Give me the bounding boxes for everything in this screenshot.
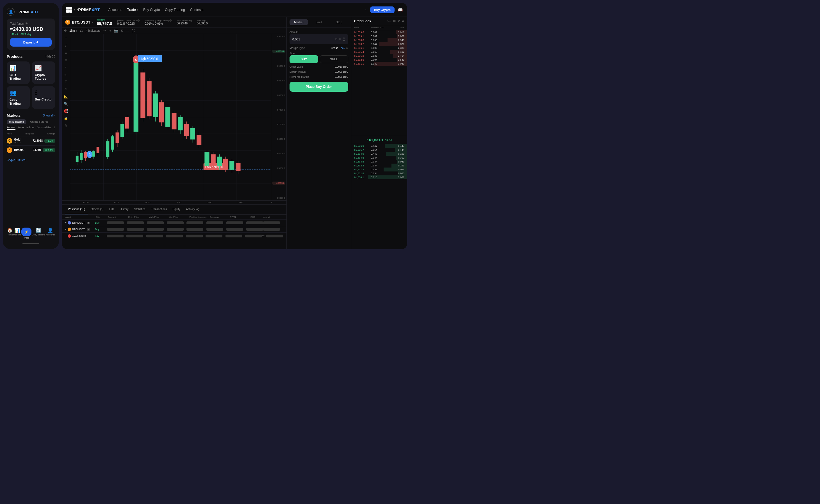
edit-position-icon[interactable]: ✏ [262, 234, 264, 238]
edit-leverage-icon[interactable]: ✏ [346, 47, 348, 50]
btc-price: 0.6801 [29, 148, 42, 152]
mobile-panel: 👤 ·PRIMEXBT Total funds 👁 ≈2430.00 USD +… [3, 3, 59, 249]
amount-field: Amount 0.001 BTC ▲ ▼ [289, 31, 348, 44]
compare-icon[interactable]: ⚖ [80, 29, 83, 33]
settings-icon[interactable]: ⚙ [121, 29, 124, 33]
product-card-futures[interactable]: 📈 Crypto Futures [32, 61, 55, 84]
fullscreen-icon[interactable]: ⛶ [132, 29, 135, 33]
avatar[interactable]: 👤 [7, 8, 15, 16]
market-tab-cfd[interactable]: CFD Trading [7, 119, 26, 124]
trash-icon[interactable]: 🗑 [64, 124, 68, 128]
order-form: Amount 0.001 BTC ▲ ▼ Margi [287, 28, 351, 95]
ob-settings-icon[interactable]: ⚙ [401, 19, 404, 23]
crypto-futures-link[interactable]: Crypto Futures [7, 157, 55, 163]
crosshair-draw-icon[interactable]: ✛ [65, 36, 67, 40]
screenshot-icon[interactable]: 📷 [114, 29, 118, 33]
eth-expand-icon[interactable]: ▾ [65, 221, 67, 224]
fork-icon[interactable]: ⋔ [65, 58, 67, 62]
order-book-header: Order Book 0.1 ⊞ ↻ ⚙ [351, 17, 407, 25]
book-icon[interactable]: 📖 [398, 8, 403, 12]
crosshair-icon[interactable]: ✛ [64, 29, 67, 33]
product-card-buycrypto[interactable]: ₿ Buy Crypto [32, 86, 55, 109]
market-row-btc[interactable]: ₿ Bitcoin 0.6801 +23.7% [7, 145, 55, 155]
redo-icon[interactable]: ↪ [109, 29, 111, 33]
nav-markets[interactable]: 📊 Markets [13, 228, 21, 239]
filter-indices[interactable]: Indices [26, 126, 35, 130]
pen-icon[interactable]: / [65, 43, 66, 47]
zoom-icon[interactable]: 🔍 [64, 102, 68, 106]
grid-chevron[interactable]: ▾ [74, 8, 75, 12]
amount-input[interactable]: 0.001 BTC ▲ ▼ [289, 34, 348, 44]
tab-fills[interactable]: Fills [106, 205, 117, 214]
nav-buycrypto-desktop[interactable]: Buy Crypto [143, 8, 160, 12]
nav-accounts[interactable]: 👤 Accounts [46, 228, 55, 239]
buy-side-button[interactable]: BUY [289, 55, 318, 63]
order-value-row: Order Value 0.0010 BTC [289, 65, 348, 68]
nav-trade[interactable]: ⚡ Trade [21, 228, 31, 239]
filter-commodities[interactable]: Commodities [37, 126, 52, 130]
buy-crypto-nav-button[interactable]: Buy Crypto [370, 6, 394, 13]
lock-icon[interactable]: 🔒 [64, 116, 68, 120]
deposit-button[interactable]: Deposit ⬇ [10, 38, 52, 47]
product-card-cfd[interactable]: 📊 CFD Trading [7, 61, 30, 84]
total-funds-section: Total funds 👁 ≈2430.00 USD +47.49 USD To… [7, 19, 55, 50]
svg-rect-60 [190, 128, 195, 140]
timeframe-selector[interactable]: 15m ▾ [69, 29, 77, 32]
tab-history[interactable]: History [117, 205, 131, 214]
filter-popular[interactable]: Popular [7, 126, 15, 130]
order-tab-market[interactable]: Market [289, 19, 308, 25]
tab-orders[interactable]: Orders (1) [88, 205, 106, 214]
levels-icon[interactable]: ≈ [65, 65, 67, 69]
hide-button[interactable]: Hide ⛶ [45, 55, 55, 58]
positions-tabs: Positions (10) Orders (1) Fills History … [62, 205, 286, 215]
show-all-button[interactable]: Show all › [43, 114, 55, 117]
tab-statistics[interactable]: Statistics [131, 205, 148, 214]
fib-icon[interactable]: ⟜ [64, 73, 68, 77]
nav-home[interactable]: 🏠 Home [7, 228, 13, 239]
svg-rect-26 [97, 147, 99, 153]
price-label-5: 67500.0 [272, 109, 285, 111]
filter-forex[interactable]: Forex [18, 126, 24, 130]
amount-down[interactable]: ▼ [342, 39, 345, 42]
btc-expand-icon[interactable]: ▾ [65, 228, 67, 231]
indicators-btn[interactable]: Ƒ Indicators [86, 29, 100, 32]
nav-accounts-desktop[interactable]: Accounts [108, 8, 122, 12]
amount-up[interactable]: ▲ [342, 36, 345, 39]
undo-icon[interactable]: ↩ [103, 29, 106, 33]
candlestick-chart: B [70, 34, 271, 200]
nav-contests-desktop[interactable]: Contests [190, 8, 203, 12]
tab-positions[interactable]: Positions (10) [65, 205, 88, 214]
svg-rect-24 [92, 151, 95, 157]
order-tab-stop[interactable]: Stop [330, 19, 348, 25]
lines-icon[interactable]: ≡ [65, 51, 67, 55]
market-row-gold[interactable]: G Gold GOLD 72.8028 +1.5% [7, 136, 55, 145]
magnet-icon[interactable]: 🧲 [64, 109, 68, 113]
sell-side-button[interactable]: SELL [320, 55, 348, 63]
svg-rect-18 [80, 153, 83, 160]
ob-grid-icon[interactable]: ⊞ [393, 19, 396, 23]
tab-equity[interactable]: Equity [170, 205, 183, 214]
product-card-copy[interactable]: 👥 Copy Trading [7, 86, 30, 109]
brand-name: ·PRIMEXBT [17, 10, 38, 14]
market-tab-futures[interactable]: Crypto Futures [28, 119, 51, 124]
measure-icon[interactable]: 📐 [64, 95, 68, 98]
pos-row-avax: ▾ AVAX/USDT Buy [62, 232, 286, 239]
emoji-icon[interactable]: ☺ [64, 87, 67, 91]
text-icon[interactable]: T [65, 80, 67, 84]
ob-sell-9: 61,631.1 1.032 1.030 [351, 62, 407, 66]
place-order-button[interactable]: Place Buy Order [289, 82, 348, 92]
nav-trade-desktop[interactable]: Trade ▾ [127, 8, 138, 12]
hide-balance-icon[interactable]: 👁 [25, 22, 28, 25]
tab-activity[interactable]: Activity log [183, 205, 202, 214]
copy-icon: 👥 [10, 90, 27, 96]
ob-refresh-icon[interactable]: ↻ [397, 19, 400, 23]
nav-copy[interactable]: 🔄 Copy-Trading [32, 228, 45, 239]
nav-copytrading-desktop[interactable]: Copy Trading [165, 8, 185, 12]
filter-stocks[interactable]: Stocks [54, 126, 55, 130]
tab-transactions[interactable]: Transactions [148, 205, 170, 214]
order-tab-limit[interactable]: Limit [310, 19, 328, 25]
btc-info: Bitcoin [14, 148, 27, 152]
pair-selector[interactable]: ₿ BTC/USDT ▾ [65, 20, 93, 25]
more-icon[interactable]: ··· [126, 29, 129, 33]
nav-arrow-right[interactable]: › [365, 7, 366, 12]
